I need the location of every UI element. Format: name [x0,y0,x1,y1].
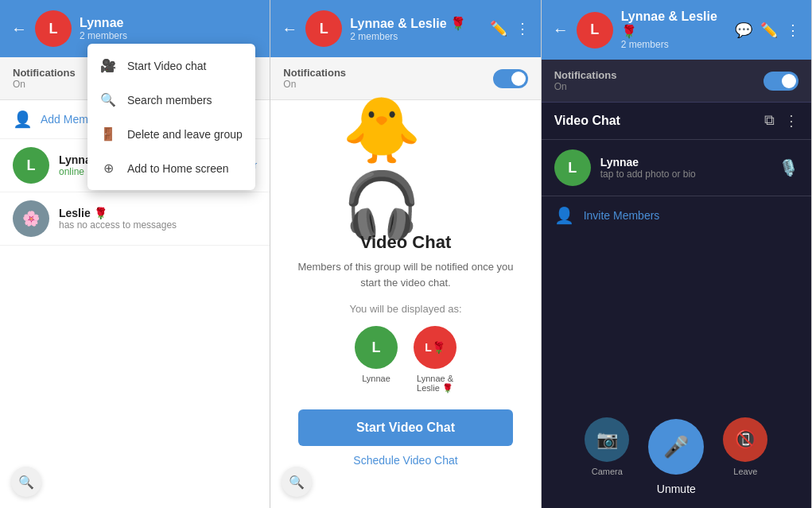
door-icon: 🚪 [100,126,116,142]
panel2-header: ← L Lynnae & Leslie 🌹 2 members ✏️ ⋮ [270,0,540,57]
header-info: Lynnae 2 members [80,16,258,41]
panel-video-chat-info: ← L Lynnae & Leslie 🌹 2 members ✏️ ⋮ Not… [270,0,541,508]
pencil-icon[interactable]: ✏️ [490,20,507,37]
back-button-p2[interactable]: ← [282,20,297,38]
video-chat-title: Video Chat [360,232,452,253]
header-icons-p2: ✏️ ⋮ [490,20,530,37]
menu-label-delete: Delete and leave group [127,128,243,141]
notif-info-p3: Notifications On [554,69,617,92]
notifications-toggle-p2[interactable] [493,69,528,88]
member-row-dark-lynnae[interactable]: L Lynnae tap to add photo or bio 🎙️ [542,140,811,196]
display-avatars: L Lynnae L🌹 Lynnae &Leslie 🌹 [355,326,457,394]
more-icon-p3[interactable]: ⋮ [786,21,800,39]
leave-button[interactable]: 📵 Leave [723,417,767,476]
avatar-circle-lynnae: L [355,326,398,369]
pencil-icon-p3[interactable]: ✏️ [760,21,778,39]
member-name-dark: Lynnae [600,156,769,169]
dropdown-menu: 🎥 Start Video chat 🔍 Search members 🚪 De… [87,44,255,190]
avatar-option-group: L🌹 Lynnae &Leslie 🌹 [414,326,457,394]
back-button-p3[interactable]: ← [553,21,569,39]
video-chat-content: 🐥🎧 Video Chat Members of this group will… [270,100,540,508]
member-sub-dark: tap to add photo or bio [600,169,769,180]
member-count: 2 members [80,30,258,41]
notif-sub-p2: On [283,79,346,90]
notifications-toggle-p3[interactable] [763,72,798,91]
duck-illustration: 🐥🎧 [342,116,469,219]
header-icons-p3: 💬 ✏️ ⋮ [735,21,800,39]
invite-label: Invite Members [584,209,660,222]
more-icon[interactable]: ⋮ [515,20,530,37]
avatar-label-group: Lynnae &Leslie 🌹 [417,374,453,394]
notifications-bar-p3: Notifications On [542,60,811,103]
video-chat-icons: ⧉ ⋮ [764,112,798,130]
avatar-option-lynnae: L Lynnae [355,326,398,394]
avatar-lynnae: L [13,147,49,184]
video-chat-section-label: Video Chat [554,114,620,128]
leave-icon: 📵 [723,417,767,462]
avatar-p2: L [305,10,342,47]
menu-label-search: Search members [127,94,212,107]
invite-members-row[interactable]: 👤 Invite Members [542,196,811,235]
notif-label-p2: Notifications [283,67,346,79]
notif-sub-p3: On [554,81,617,92]
camera-button[interactable]: 📷 Camera [585,417,629,476]
back-button[interactable]: ← [11,20,27,38]
member-status-leslie: has no access to messages [59,219,257,231]
plus-circle-icon: ⊕ [100,161,116,176]
group-name-p3: Lynnae & Leslie 🌹 [621,10,727,39]
menu-item-search-members[interactable]: 🔍 Search members [87,83,255,117]
panel3-header: ← L Lynnae & Leslie 🌹 2 members 💬 ✏️ ⋮ [542,0,811,60]
start-video-chat-button[interactable]: Start Video Chat [298,409,512,446]
search-bottom-button[interactable]: 🔍 [11,467,41,497]
menu-item-add-home[interactable]: ⊕ Add to Home screen [87,151,255,185]
leave-label: Leave [733,467,757,476]
header-info-p2: Lynnae & Leslie 🌹 2 members [350,16,481,42]
control-buttons: 📷 Camera 🎤 📵 Leave [585,417,767,476]
header-info-p3: Lynnae & Leslie 🌹 2 members [621,10,727,50]
menu-label-add-home: Add to Home screen [127,162,229,175]
copy-icon[interactable]: ⧉ [764,112,775,130]
add-person-icon: 👤 [13,110,33,129]
menu-item-delete-leave[interactable]: 🚪 Delete and leave group [87,117,255,151]
member-count-p3: 2 members [621,39,727,50]
more-options-icon[interactable]: ⋮ [784,112,798,130]
search-icon: 🔍 [100,92,116,107]
avatar-lynnae-dark: L [554,149,591,186]
mic-slash-icon: 🎙️ [779,158,798,177]
avatar: L [35,10,72,47]
mic-icon: 🎤 [648,419,704,475]
member-info-leslie: Leslie 🌹 has no access to messages [59,207,257,231]
avatar-label-lynnae: Lynnae [362,374,390,383]
avatar-circle-group: L🌹 [414,326,457,369]
member-row-leslie[interactable]: 🌸 Leslie 🌹 has no access to messages [0,192,270,246]
menu-item-start-video[interactable]: 🎥 Start Video chat [87,48,255,83]
displayed-as-label: You will be displayed as: [349,303,461,315]
panel-group-info: ← L Lynnae 2 members 🎥 Start Video chat … [0,0,270,508]
member-count-p2: 2 members [350,31,481,42]
member-info-dark: Lynnae tap to add photo or bio [600,156,769,180]
notif-left-p2: Notifications On [283,67,346,90]
bottom-controls: 📷 Camera 🎤 📵 Leave Unmute [542,405,811,508]
group-name: Lynnae [80,16,258,30]
video-chat-desc: Members of this group will be notified o… [294,259,517,290]
video-chat-section-header: Video Chat ⧉ ⋮ [542,103,811,140]
group-name-p2: Lynnae & Leslie 🌹 [350,16,481,31]
avatar-leslie: 🌸 [13,200,49,237]
avatar-p3: L [577,12,613,48]
notif-label-p3: Notifications [554,69,617,81]
panel-video-chat-active: ← L Lynnae & Leslie 🌹 2 members 💬 ✏️ ⋮ N… [542,0,812,508]
chat-bubble-icon[interactable]: 💬 [735,21,752,39]
schedule-video-chat-button[interactable]: Schedule Video Chat [353,454,457,467]
video-icon: 🎥 [100,58,116,73]
camera-icon: 📷 [585,417,629,462]
member-name-leslie: Leslie 🌹 [59,207,257,219]
mute-button[interactable]: 🎤 [648,419,704,475]
unmute-label: Unmute [657,483,696,495]
camera-label: Camera [592,467,623,476]
invite-icon: 👤 [554,206,574,225]
menu-label-start-video: Start Video chat [127,60,206,72]
